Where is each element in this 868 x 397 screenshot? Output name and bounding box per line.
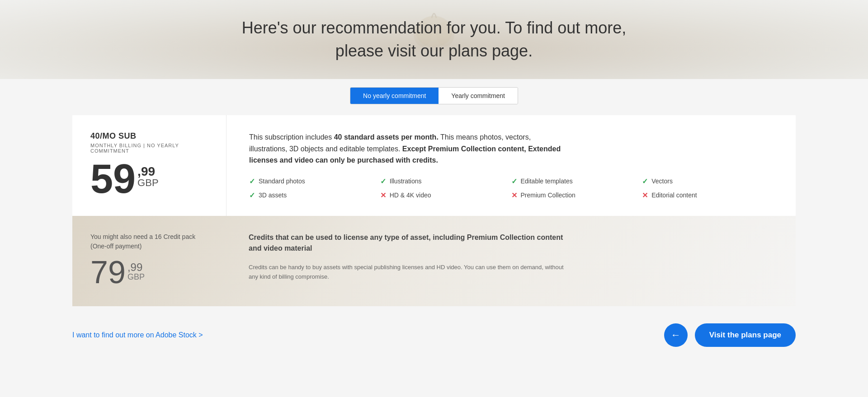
cross-icon: ✕ bbox=[380, 191, 386, 200]
credits-price-fraction: ,99 GBP bbox=[127, 262, 145, 281]
feature-item: ✓Editable templates bbox=[511, 177, 642, 186]
credits-price-cents: ,99 bbox=[127, 262, 145, 273]
plan-title: 40/MO SUB bbox=[90, 131, 208, 141]
plan-details-section: This subscription includes 40 standard a… bbox=[226, 115, 796, 216]
billing-toggle-group: No yearly commitment Yearly commitment bbox=[350, 87, 518, 104]
feature-item: ✓Illustrations bbox=[380, 177, 511, 186]
credits-price-display: 79 ,99 GBP bbox=[90, 258, 208, 287]
credits-details-section: Credits that can be used to license any … bbox=[226, 216, 796, 306]
feature-label: Editorial content bbox=[651, 191, 697, 199]
yearly-commitment-button[interactable]: Yearly commitment bbox=[439, 88, 518, 104]
check-icon: ✓ bbox=[249, 191, 255, 200]
feature-label: Standard photos bbox=[259, 177, 305, 185]
feature-label: Vectors bbox=[651, 177, 673, 185]
plan-price-display: 59 ,99 GBP bbox=[90, 161, 208, 197]
visit-plans-button[interactable]: Visit the plans page bbox=[695, 323, 796, 347]
plan-price-currency: GBP bbox=[137, 178, 158, 188]
main-content: 40/MO SUB MONTHLY BILLING | NO YEARLY CO… bbox=[0, 115, 868, 306]
check-icon: ✓ bbox=[380, 177, 386, 186]
plan-subtitle: MONTHLY BILLING | NO YEARLY COMMITMENT bbox=[90, 143, 208, 154]
feature-label: Premium Collection bbox=[521, 191, 576, 199]
credits-pricing-section: You might also need a 16 Credit pack (On… bbox=[72, 216, 226, 306]
cross-icon: ✕ bbox=[511, 191, 517, 200]
plan-desc-bold1: 40 standard assets per month. bbox=[334, 133, 439, 141]
credits-label: You might also need a 16 Credit pack (On… bbox=[90, 232, 208, 251]
feature-label: Illustrations bbox=[390, 177, 422, 185]
check-icon: ✓ bbox=[511, 177, 517, 186]
footer-actions: ← Visit the plans page bbox=[664, 323, 796, 347]
no-yearly-commitment-button[interactable]: No yearly commitment bbox=[350, 88, 439, 104]
check-icon: ✓ bbox=[642, 177, 648, 186]
adobe-stock-link[interactable]: I want to find out more on Adobe Stock > bbox=[72, 331, 203, 339]
plan-pricing-section: 40/MO SUB MONTHLY BILLING | NO YEARLY CO… bbox=[72, 115, 226, 216]
plan-price-main: 59 bbox=[90, 161, 136, 197]
plan-desc-start: This subscription includes bbox=[249, 133, 334, 141]
credits-price-main: 79 bbox=[90, 258, 126, 287]
feature-item: ✕Premium Collection bbox=[511, 191, 642, 200]
hero-section: Here's our recommendation for you. To fi… bbox=[0, 0, 868, 79]
back-arrow-icon: ← bbox=[671, 329, 681, 341]
credits-price-currency: GBP bbox=[127, 273, 145, 281]
plan-description: This subscription includes 40 standard a… bbox=[249, 131, 566, 166]
hero-title: Here's our recommendation for you. To fi… bbox=[208, 17, 660, 62]
check-icon: ✓ bbox=[249, 177, 255, 186]
plan-price-fraction: ,99 GBP bbox=[137, 165, 158, 188]
feature-label: 3D assets bbox=[259, 191, 287, 199]
cross-icon: ✕ bbox=[642, 191, 648, 200]
feature-item: ✕Editorial content bbox=[642, 191, 773, 200]
feature-item: ✓Standard photos bbox=[249, 177, 380, 186]
feature-label: HD & 4K video bbox=[390, 191, 431, 199]
billing-toggle-section: No yearly commitment Yearly commitment bbox=[0, 79, 868, 104]
plan-card: 40/MO SUB MONTHLY BILLING | NO YEARLY CO… bbox=[72, 115, 796, 216]
feature-item: ✓Vectors bbox=[642, 177, 773, 186]
credits-body: Credits can be handy to buy assets with … bbox=[249, 263, 565, 282]
features-grid: ✓Standard photos✓Illustrations✓Editable … bbox=[249, 177, 773, 200]
feature-item: ✓3D assets bbox=[249, 191, 380, 200]
feature-label: Editable templates bbox=[521, 177, 573, 185]
credits-card: You might also need a 16 Credit pack (On… bbox=[72, 216, 796, 306]
back-button[interactable]: ← bbox=[664, 323, 688, 347]
feature-item: ✕HD & 4K video bbox=[380, 191, 511, 200]
footer-section: I want to find out more on Adobe Stock >… bbox=[0, 306, 868, 364]
plan-price-cents: ,99 bbox=[137, 165, 158, 178]
credits-headline: Credits that can be used to license any … bbox=[249, 232, 565, 254]
